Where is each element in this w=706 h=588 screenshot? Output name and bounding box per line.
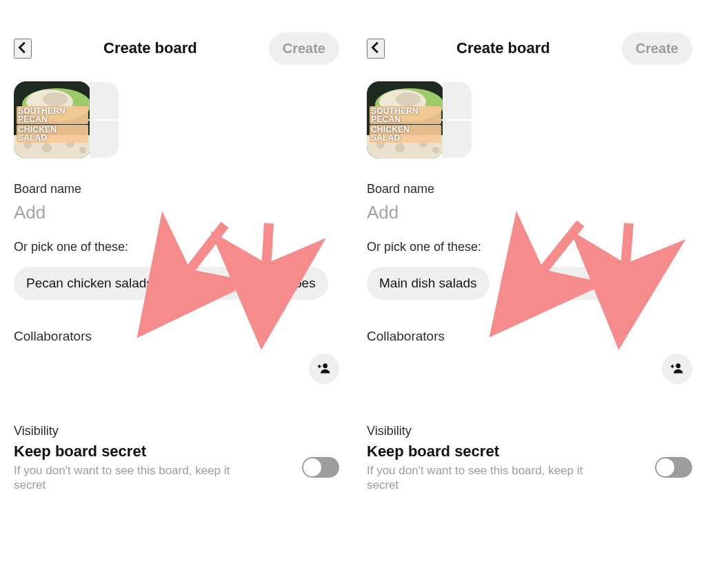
pin-preview-row: SOUTHERN PECAN CHICKEN SALAD — [367, 81, 692, 159]
secret-toggle[interactable] — [302, 457, 339, 478]
pin-overlay-text: SOUTHERN PECAN CHICKEN SALAD — [370, 106, 441, 143]
chevron-left-icon — [368, 47, 383, 57]
page-title: Create board — [103, 39, 197, 57]
suggestion-chip[interactable]: Chicken dinner recipes — [499, 267, 657, 300]
visibility-help: If you don't want to see this board, kee… — [14, 463, 262, 493]
back-button[interactable] — [367, 39, 385, 59]
board-name-label: Board name — [367, 182, 692, 196]
toggle-knob — [303, 458, 321, 476]
svg-point-8 — [79, 147, 86, 154]
pin-thumbnail[interactable]: SOUTHERN PECAN CHICKEN SALAD — [367, 81, 444, 159]
visibility-section-label: Visibility — [367, 424, 692, 438]
suggestion-chip[interactable]: Pecan chicken salads — [14, 267, 165, 300]
collaborators-row — [14, 354, 339, 384]
create-board-panel-left: Create board Create SOUTHERN PECAN — [0, 0, 353, 588]
add-person-icon — [670, 361, 684, 377]
toggle-knob — [656, 458, 674, 476]
suggestion-label: Or pick one of these: — [367, 240, 692, 254]
collaborators-label: Collaborators — [367, 329, 692, 344]
back-button[interactable] — [14, 39, 32, 59]
add-collaborator-button[interactable] — [662, 354, 692, 384]
svg-point-9 — [323, 363, 327, 368]
pin-overlay-text: SOUTHERN PECAN CHICKEN SALAD — [17, 106, 88, 143]
chevron-left-icon — [15, 47, 30, 57]
create-button[interactable]: Create — [269, 32, 339, 65]
two-panel-comparison: Create board Create SOUTHERN PECAN — [0, 0, 706, 588]
pin-thumbnail[interactable]: SOUTHERN PECAN CHICKEN SALAD — [14, 81, 91, 159]
visibility-help: If you don't want to see this board, kee… — [367, 463, 615, 493]
collaborators-row — [367, 354, 692, 384]
suggestion-label: Or pick one of these: — [14, 240, 339, 254]
svg-point-23 — [676, 363, 680, 368]
suggestion-chip[interactable]: Main dish salads — [367, 267, 490, 300]
pin-preview-row: SOUTHERN PECAN CHICKEN SALAD — [14, 81, 339, 159]
create-button[interactable]: Create — [622, 32, 692, 65]
board-name-label: Board name — [14, 182, 339, 196]
visibility-row: Keep board secret If you don't want to s… — [14, 443, 339, 493]
create-board-panel-right: Create board Create SOUTHERN PECAN — [353, 0, 706, 588]
visibility-section-label: Visibility — [14, 424, 339, 438]
svg-point-20 — [395, 143, 405, 152]
svg-point-17 — [396, 92, 421, 106]
suggestion-chip[interactable]: Chicken salad recipes — [175, 267, 328, 300]
svg-point-3 — [43, 92, 68, 106]
pin-stack-stub — [443, 82, 472, 158]
add-collaborator-button[interactable] — [309, 354, 339, 384]
header: Create board Create — [367, 28, 692, 69]
svg-rect-11 — [319, 365, 321, 368]
collaborators-label: Collaborators — [14, 329, 339, 344]
secret-toggle[interactable] — [655, 457, 692, 478]
pin-stack-stub — [90, 82, 119, 158]
header: Create board Create — [14, 28, 339, 69]
visibility-title: Keep board secret — [367, 443, 615, 460]
board-name-input[interactable] — [14, 202, 339, 223]
board-name-input[interactable] — [367, 202, 692, 223]
suggestion-chip-row: Main dish salads Chicken dinner recipes — [367, 267, 692, 300]
svg-rect-25 — [672, 365, 674, 368]
visibility-title: Keep board secret — [14, 443, 262, 460]
suggestion-chip-row: Pecan chicken salads Chicken salad recip… — [14, 267, 339, 300]
add-person-icon — [317, 361, 331, 377]
visibility-row: Keep board secret If you don't want to s… — [367, 443, 692, 493]
svg-point-22 — [432, 147, 439, 154]
page-title: Create board — [456, 39, 550, 57]
svg-point-6 — [42, 143, 52, 152]
